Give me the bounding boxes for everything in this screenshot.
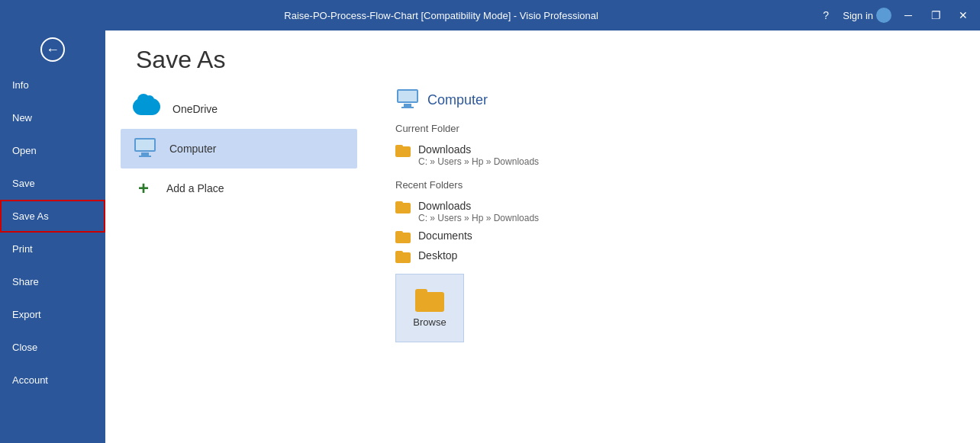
location-computer[interactable]: Computer <box>121 129 357 169</box>
sidebar-item-save-as[interactable]: Save As <box>0 200 105 233</box>
signin-icon <box>876 8 891 23</box>
recent-folder-desktop-name: Desktop <box>418 249 457 262</box>
browse-button[interactable]: Browse <box>395 274 464 342</box>
computer-heading-icon <box>395 89 420 111</box>
add-place-label: Add a Place <box>166 182 224 194</box>
page-title: Save As <box>136 46 949 74</box>
sidebar-item-export[interactable]: Export <box>0 298 105 331</box>
recent-folder-downloads-icon <box>395 201 411 213</box>
current-folder-item[interactable]: Downloads C: » Users » Hp » Downloads <box>395 140 957 170</box>
location-add-place[interactable]: + Add a Place <box>121 169 357 208</box>
computer-heading-title: Computer <box>427 92 488 108</box>
maximize-button[interactable]: ❐ <box>925 5 946 26</box>
sidebar: ← Info New Open Save Save As Print Share… <box>0 30 105 443</box>
recent-folder-documents-icon <box>395 231 411 243</box>
recent-folder-downloads-name: Downloads <box>418 200 539 212</box>
minimize-button[interactable]: ─ <box>898 5 919 26</box>
recent-folder-desktop-icon <box>395 251 411 263</box>
close-window-button[interactable]: ✕ <box>953 5 974 26</box>
recent-folder-documents-name: Documents <box>418 230 472 242</box>
sidebar-item-new[interactable]: New <box>0 101 105 134</box>
current-folder-name: Downloads <box>418 143 539 156</box>
sidebar-item-open[interactable]: Open <box>0 134 105 167</box>
locations-panel: OneDrive Computer + Add a Place <box>105 82 372 443</box>
browse-label: Browse <box>413 316 446 328</box>
content-header: Save As <box>105 30 980 82</box>
titlebar: Raise-PO-Process-Flow-Chart [Compatibili… <box>0 0 980 30</box>
current-folder-icon <box>395 145 411 157</box>
help-button[interactable]: ? <box>815 5 837 26</box>
current-folder-path: C: » Users » Hp » Downloads <box>418 156 539 167</box>
recent-folders-label: Recent Folders <box>395 179 957 191</box>
back-icon: ← <box>40 37 65 62</box>
sidebar-item-print[interactable]: Print <box>0 233 105 265</box>
computer-heading: Computer <box>395 89 957 111</box>
content-area: Save As OneDrive <box>105 30 980 443</box>
sidebar-item-save[interactable]: Save <box>0 167 105 200</box>
computer-label: Computer <box>169 143 216 155</box>
back-button[interactable]: ← <box>0 30 105 69</box>
location-onedrive[interactable]: OneDrive <box>121 89 357 129</box>
sidebar-item-info[interactable]: Info <box>0 69 105 101</box>
signin-button[interactable]: Sign in <box>843 8 891 23</box>
main-area: ← Info New Open Save Save As Print Share… <box>0 30 980 443</box>
onedrive-icon <box>133 98 160 120</box>
recent-folder-desktop[interactable]: Desktop <box>395 246 957 266</box>
recent-folder-downloads-path: C: » Users » Hp » Downloads <box>418 213 539 223</box>
browse-folder-icon <box>415 289 444 312</box>
computer-panel: Computer Current Folder Downloads C: » U… <box>372 82 980 443</box>
add-place-icon: + <box>133 178 154 199</box>
onedrive-label: OneDrive <box>172 103 218 115</box>
recent-folder-downloads[interactable]: Downloads C: » Users » Hp » Downloads <box>395 197 957 226</box>
computer-icon <box>133 138 157 159</box>
sidebar-item-account[interactable]: Account <box>0 364 105 396</box>
window-title: Raise-PO-Process-Flow-Chart [Compatibili… <box>67 10 815 21</box>
recent-folder-documents[interactable]: Documents <box>395 226 957 246</box>
sidebar-item-close[interactable]: Close <box>0 331 105 364</box>
current-folder-label: Current Folder <box>395 123 957 134</box>
sidebar-item-share[interactable]: Share <box>0 265 105 298</box>
saveas-body: OneDrive Computer + Add a Place <box>105 82 980 443</box>
